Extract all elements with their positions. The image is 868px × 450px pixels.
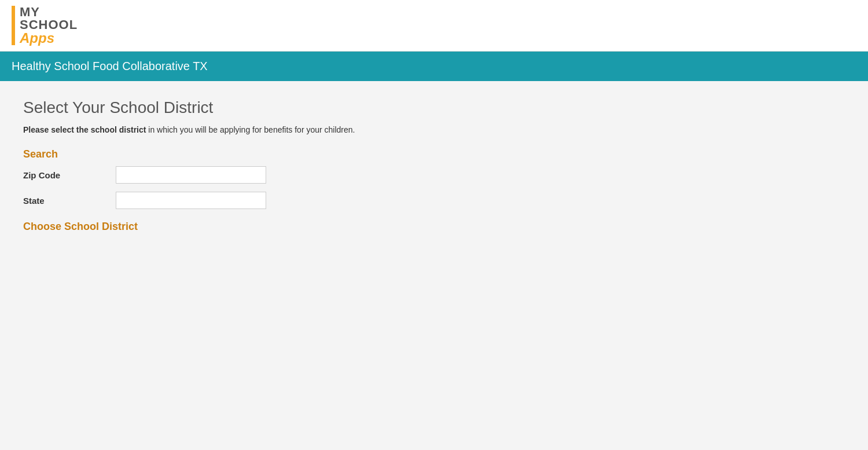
logo-my: MY bbox=[20, 6, 78, 19]
zip-code-row: Zip Code bbox=[23, 166, 845, 184]
state-row: State bbox=[23, 192, 845, 209]
zip-code-input[interactable] bbox=[116, 166, 266, 184]
logo-school: SCHOOL bbox=[20, 19, 78, 31]
header: MY SCHOOL Apps bbox=[0, 0, 868, 52]
nav-bar: Healthy School Food Collaborative TX bbox=[0, 52, 868, 81]
search-section: Search Zip Code State bbox=[23, 148, 845, 209]
description-suffix: in which you will be applying for benefi… bbox=[148, 125, 355, 134]
main-content: Select Your School District Please selec… bbox=[0, 81, 868, 450]
nav-title: Healthy School Food Collaborative TX bbox=[12, 60, 856, 73]
zip-code-label: Zip Code bbox=[23, 170, 116, 180]
description-prefix: Please select the school district bbox=[23, 125, 146, 134]
logo-bar bbox=[12, 6, 15, 45]
state-input[interactable] bbox=[116, 192, 266, 209]
choose-district-section: Choose School District Lago Vista Indepe… bbox=[23, 221, 845, 450]
logo-apps: Apps bbox=[20, 31, 78, 45]
page-description: Please select the school district in whi… bbox=[23, 125, 544, 134]
logo: MY SCHOOL Apps bbox=[12, 6, 78, 45]
search-section-label: Search bbox=[23, 148, 845, 160]
page-title: Select Your School District bbox=[23, 98, 845, 117]
logo-text: MY SCHOOL Apps bbox=[20, 6, 78, 45]
choose-district-label: Choose School District bbox=[23, 221, 845, 233]
state-label: State bbox=[23, 196, 116, 206]
